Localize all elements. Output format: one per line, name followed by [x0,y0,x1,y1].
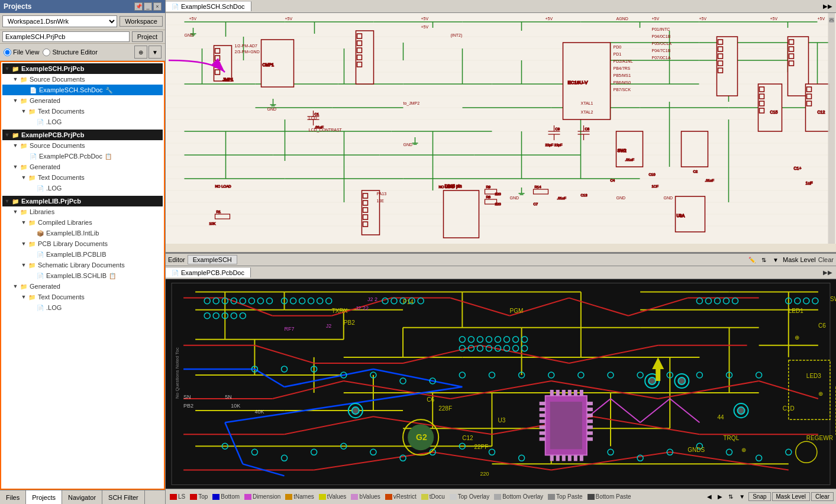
workspace-row: Workspace1.DsnWrk Workspace [0,13,165,30]
tree-item-generated-3[interactable]: ▼ 📁 Generated [2,281,163,292]
svg-text:1uF: 1uF [806,181,813,185]
scroll-right-arrow[interactable]: ▶▶ [819,3,836,9]
expand-icon[interactable]: ▼ [20,174,27,181]
expand-icon[interactable]: ▼ [20,108,27,115]
svg-rect-231 [828,13,835,244]
expand-icon[interactable]: ▼ [12,208,19,215]
project-button[interactable]: Project [132,31,163,42]
snap-btn[interactable]: Snap [748,492,770,501]
editor-tab[interactable]: ExampleSCH [188,255,237,264]
scroll-right-btn[interactable]: ▶ [715,493,725,500]
expand-icon[interactable]: ▼ [20,240,27,247]
status-bottom-paste: Bottom Paste [586,493,633,500]
svg-text:+5V: +5V [285,17,293,21]
tree-item-examplelib-prjpcb[interactable]: ▼ 📁 ExampleLIB.PrjPcb [2,196,163,206]
status-top-overlay: Top Overlay [448,493,491,500]
tree-item-compiled-libraries[interactable]: ▼ 📁 Compiled Libraries [2,217,163,228]
schematic-doc-tab[interactable]: 📄 ExampleSCH.SchDoc [166,1,251,11]
expand-icon[interactable]: ▼ [12,142,19,149]
svg-text:P05/OCLA: P05/OCLA [652,41,672,46]
tree-item-generated-1[interactable]: ▼ 📁 Generated [2,95,163,106]
pencil-icon[interactable]: ✏️ [747,255,757,264]
pcb-doc-tab[interactable]: 📄 ExamplePCB.PcbDoc [166,267,251,277]
tree-item-generated-2[interactable]: ▼ 📁 Generated [2,161,163,172]
tree-item-text-docs-2[interactable]: ▼ 📁 Text Documents [2,172,163,183]
svg-text:C15: C15 [770,110,778,114]
expand-icon[interactable]: ▼ [4,65,11,72]
tree-item-text-docs-1[interactable]: ▼ 📁 Text Documents [2,106,163,117]
folder-icon: 📁 [27,239,37,248]
file-tree[interactable]: ▼ 📁 ExampleSCH.PrjPcb ▼ 📁 Source Documen… [0,61,165,490]
expand-icon[interactable]: ▼ [20,219,27,226]
svg-rect-436 [587,408,593,411]
close-btn[interactable]: × [153,2,162,11]
mask-level-btn[interactable]: Mask Level [772,492,811,501]
svg-point-425 [738,407,745,414]
tree-item-text-docs-3[interactable]: ▼ 📁 Text Documents [2,292,163,302]
svg-text:P07/0C1A: P07/0C1A [652,56,671,60]
tree-item-log-1[interactable]: 📄 .LOG [2,117,163,127]
tree-item-source-docs-2[interactable]: ▼ 📁 Source Documents [2,140,163,151]
expand-icon[interactable]: ▼ [4,198,11,205]
project-name-field[interactable] [2,31,130,42]
project-icon: 📁 [11,130,20,140]
filter-icon[interactable]: ▼ [771,255,780,264]
tree-item-schematic-library-docs[interactable]: ▼ 📁 Schematic Library Documents [2,260,163,270]
tree-item-examplelib-pcblib[interactable]: 📄 ExampleLIB.PCBLIB [2,249,163,260]
svg-rect-450 [562,455,566,461]
scroll-extra-btn[interactable]: ⇅ [726,493,735,500]
clear-btn[interactable]: Clear [811,492,834,501]
expand-icon[interactable]: ▼ [12,163,19,170]
schematic-content[interactable]: JMP1 CMP1 [166,13,836,244]
structure-editor-radio[interactable]: Structure Editor [43,49,97,56]
tree-item-examplesch-prjpcb[interactable]: ▼ 📁 ExampleSCH.PrjPcb [2,63,163,74]
tree-item-libraries[interactable]: ▼ 📁 Libraries [2,206,163,217]
tab-files[interactable]: Files [0,490,26,504]
svg-text:22PF: 22PF [474,444,488,450]
svg-text:⊕: ⊕ [795,334,799,341]
folder-icon: 📁 [27,173,37,182]
tab-sch-filter[interactable]: SCH Filter [102,490,145,504]
tree-item-pcb-library-docs[interactable]: ▼ 📁 PCB Library Documents [2,238,163,249]
workspace-button[interactable]: Workspace [120,16,163,27]
expand-icon[interactable]: ▼ [12,283,19,290]
editor-clear-btn[interactable]: Clear [818,256,834,263]
tab-projects[interactable]: Projects [26,490,62,504]
tree-item-examplesch-schdoc[interactable]: 📄 ExampleSCH.SchDoc 🔧 [2,85,163,95]
tab-navigator[interactable]: Navigator [62,490,102,504]
pcb-content[interactable]: G2 TXRX PB2 P14 PGM LED1 ⊕ [166,279,836,489]
expand-icon[interactable]: ▼ [20,261,27,269]
tree-item-examplepcb-prjpcb[interactable]: ▼ 📁 ExamplePCB.PrjPcb [2,130,163,140]
tree-item-source-docs-1[interactable]: ▼ 📁 Source Documents [2,74,163,85]
minimize-btn[interactable]: _ [144,2,152,11]
svg-rect-236 [166,280,836,488]
sort-icon[interactable]: ⇅ [759,255,769,264]
svg-text:to_JMP2: to_JMP2 [404,101,420,106]
tree-item-log-2[interactable]: 📄 .LOG [2,183,163,193]
expand-icon[interactable]: ▼ [4,131,11,138]
expand-icon[interactable]: ▼ [12,97,19,104]
schematic-area: 📄 ExampleSCH.SchDoc ▶▶ [166,0,836,253]
tree-item-examplelib-intlib[interactable]: 📦 ExampleLIB.IntLib [2,228,163,238]
svg-rect-170 [215,214,230,219]
status-bar: LS Top Bottom Dimension tNames [166,489,836,504]
expand-icon[interactable]: ▼ [20,293,27,301]
tree-item-examplepcb-pcbdoc[interactable]: 📄 ExamplePCB.PcbDoc 📋 [2,151,163,161]
scroll-left-btn[interactable]: ◀ [705,493,714,500]
pcb-scroll-right[interactable]: ▶▶ [819,269,836,276]
scroll-menu-btn[interactable]: ▼ [737,493,747,500]
svg-text:TXRX: TXRX [332,308,348,314]
file-view-radio[interactable]: File View [4,49,39,56]
workspace-dropdown[interactable]: Workspace1.DsnWrk [2,15,117,27]
tree-item-log-3[interactable]: 📄 .LOG [2,302,163,313]
expand-icon[interactable]: ▼ [12,76,19,83]
svg-point-419 [352,407,359,414]
status-tdocu: tDocu [419,493,447,500]
tree-item-examplelib-schlib[interactable]: 📄 ExampleLIB.SCHLIB 📋 [2,270,163,281]
pin-btn[interactable]: 📌 [134,2,143,11]
svg-rect-445 [568,390,572,396]
view-icon-1[interactable]: ⊕ [134,46,147,59]
svg-text:NO LOAD: NO LOAD [215,185,232,188]
status-bvalues: bValues [349,493,382,500]
view-icon-2[interactable]: ▼ [149,46,162,59]
